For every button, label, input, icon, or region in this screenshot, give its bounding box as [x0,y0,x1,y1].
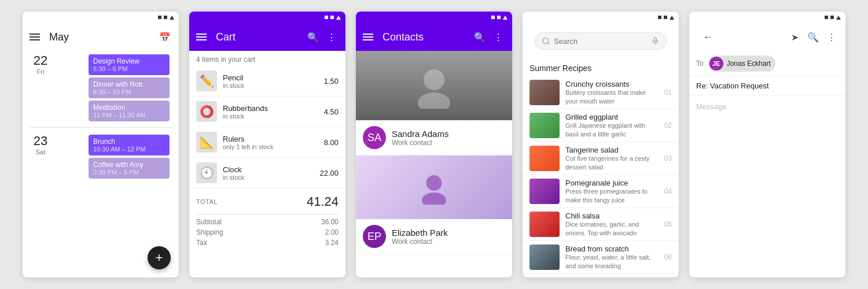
cart-item-clock-info: Clock in stock [223,165,319,181]
signal-icon [336,16,341,20]
cal-event-design-review[interactable]: Design Review 5:30 – 6 PM [89,54,170,75]
avatar-sandra: SA [363,126,386,149]
search-bar[interactable] [534,32,667,50]
signal-icon [503,16,507,20]
email-toolbar-actions: ➤ 🔍 ⋮ [783,30,838,44]
recipe-img-salsa [529,212,560,237]
email-message-area[interactable]: Message [689,95,845,277]
rulers-icon: 📐 [196,132,217,153]
cal-event-brunch[interactable]: Brunch 10:30 AM – 12 PM [89,135,170,155]
status-icon-1 [825,16,828,19]
recipe-img-eggplant [529,113,560,138]
contact-photo-elizabeth [356,155,512,219]
more-icon[interactable]: ⋮ [491,30,505,44]
cart-shipping-row: Shipping 2.00 [189,227,345,238]
svg-point-3 [422,192,446,205]
svg-point-1 [418,92,450,109]
recipe-item-2[interactable]: Grilled eggplant Grill Japanese eggplant… [523,109,679,142]
calendar-screen: May 📅 22 Fri Design Review 5:30 – 6 PM D… [23,12,179,277]
calendar-title: May [49,31,153,43]
cal-events-23: Brunch 10:30 AM – 12 PM Coffee with Amy … [56,135,172,181]
status-icon-2 [497,16,501,19]
recipe-img-bread [529,244,560,270]
rubberbands-icon: ⭕ [196,101,217,122]
cart-app-bar: Cart 🔍 ⋮ [189,23,345,51]
calendar-status-bar [23,12,179,23]
contacts-app-bar: Contacts 🔍 ⋮ [356,23,512,51]
cal-event-meditation[interactable]: Meditation 11 PM – 11:30 AM [89,101,170,121]
microphone-icon[interactable] [651,36,660,46]
pencil-icon: ✏️ [196,71,217,91]
signal-icon [836,16,841,20]
recipe-img-croissants [529,80,560,105]
status-icon-1 [325,16,328,19]
recipe-item-1[interactable]: Crunchy croissants Buttery croissants th… [523,76,679,109]
menu-icon[interactable] [196,34,207,40]
cal-events-22: Design Review 5:30 – 6 PM Dinner with Ro… [56,54,172,124]
email-status-bar [689,12,845,23]
cal-date-22: 22 Fri [30,54,52,124]
menu-icon[interactable] [30,34,40,40]
contact-card-sandra[interactable]: SA Sandra Adams Work contact [356,120,512,155]
cart-screen: Cart 🔍 ⋮ 4 Items in your cart ✏️ Pencil … [189,12,345,277]
back-icon[interactable]: ← [701,30,715,44]
cart-item-rubberbands[interactable]: ⭕ Rubberbands in stock 4.50 [189,97,345,127]
status-icon-1 [491,16,495,19]
svg-point-4 [543,38,549,43]
send-icon[interactable]: ➤ [788,30,801,44]
more-icon[interactable]: ⋮ [825,30,838,44]
cart-item-pencil[interactable]: ✏️ Pencil in stock 1.50 [189,66,345,97]
contacts-screen: Contacts 🔍 ⋮ SA Sandra Adams Work contac… [356,12,512,277]
email-app-bar: ← ➤ 🔍 ⋮ [689,23,845,51]
more-icon[interactable]: ⋮ [325,30,339,44]
contacts-status-bar [356,12,512,23]
recipient-chip[interactable]: JE Jonas Eckhart [708,55,775,72]
search-icon[interactable]: 🔍 [306,30,320,44]
cart-status-bar [189,12,345,23]
cart-title: Cart [216,31,301,43]
status-icon-2 [664,16,667,19]
cart-item-clock[interactable]: 🕙 Clock in stock 22.00 [189,158,345,188]
cart-item-rulers[interactable]: 📐 Rulers only 1 left in stock 8.00 [189,127,345,158]
search-icon[interactable]: 🔍 [806,30,820,44]
recipe-item-6[interactable]: Bread from scratch Flour, yeast, water, … [523,241,679,274]
contact-photo-sandra [356,51,512,120]
contact-info-elizabeth: Elizabeth Park Work contact [392,228,448,246]
menu-icon[interactable] [363,34,373,40]
recipe-img-juice [529,179,560,204]
recipe-item-5[interactable]: Chili salsa Dice tomatoes, garlic, and o… [523,208,679,241]
recipe-info-4: Pomegranate juice Press three pomegranat… [565,179,660,204]
signal-icon [170,16,174,20]
cart-item-pencil-info: Pencil in stock [223,73,324,89]
calendar-view-icon[interactable]: 📅 [158,30,172,44]
search-icon[interactable]: 🔍 [473,30,487,44]
email-screen: ← ➤ 🔍 ⋮ To JE Jonas Eckhart Re: Vacation… [689,12,845,277]
add-event-button[interactable]: + [148,246,171,269]
recipe-info-1: Crunchy croissants Buttery croissants th… [565,80,660,105]
recipes-section-title: Summer Recipes [523,59,679,76]
contact-card-elizabeth[interactable]: EP Elizabeth Park Work contact [356,219,512,254]
cart-subtitle: 4 Items in your cart [189,51,345,66]
clock-icon: 🕙 [196,162,217,183]
contact-info-sandra: Sandra Adams Work contact [392,129,448,147]
search-container [523,23,679,59]
cart-total-row: TOTAL 41.24 [189,188,345,212]
calendar-body: 22 Fri Design Review 5:30 – 6 PM Dinner … [23,51,179,277]
svg-rect-6 [654,38,657,42]
status-icon-2 [164,16,167,19]
cart-tax-row: Tax 3.24 [189,238,345,248]
recipe-info-2: Grilled eggplant Grill Japanese eggplant… [565,113,660,138]
cal-date-23: 23 Sat [30,135,52,181]
recipe-item-4[interactable]: Pomegranate juice Press three pomegranat… [523,175,679,208]
cal-event-coffee[interactable]: Coffee with Amy 2:30 PM – 5 PM [89,158,170,179]
recipe-item-3[interactable]: Tangerine salad Cut five tangerines for … [523,142,679,175]
recipe-info-6: Bread from scratch Flour, yeast, water, … [565,244,660,270]
recipes-screen: Summer Recipes Crunchy croissants Butter… [523,12,679,277]
status-icon-1 [158,16,161,19]
cart-item-rubberbands-info: Rubberbands in stock [223,104,324,120]
search-icon [542,36,550,46]
status-icon-2 [330,16,334,19]
email-to-row: To JE Jonas Eckhart [689,51,845,77]
search-input[interactable] [554,37,651,46]
cal-event-dinner[interactable]: Dinner with Rob 6:30 – 10 PM [89,77,170,98]
